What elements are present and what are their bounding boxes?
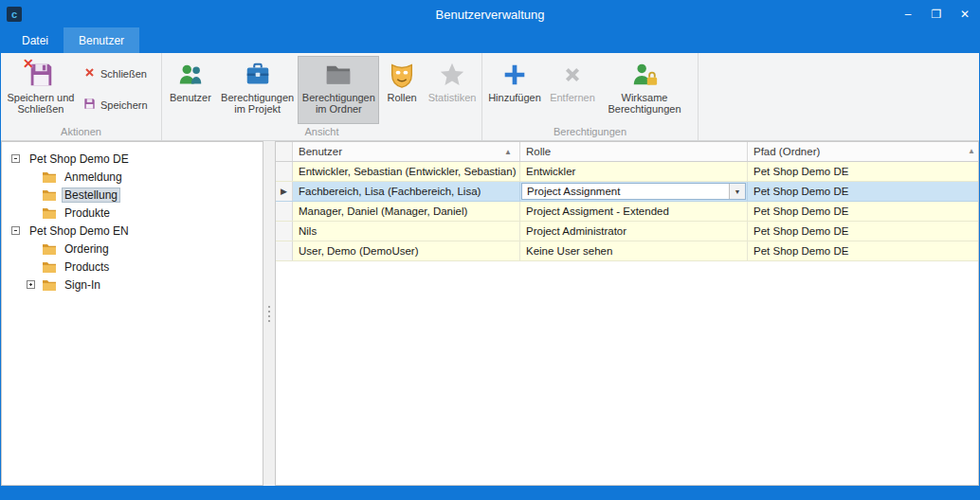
hinzufuegen-label: Hinzufügen <box>488 92 541 103</box>
rollen-button[interactable]: Rollen <box>379 56 425 124</box>
cell-pfad[interactable]: Pet Shop Demo DE <box>748 162 978 181</box>
cell-rolle[interactable]: Keine User sehen <box>520 241 748 260</box>
save-and-close-button[interactable]: ✕ Speichern und Schließen <box>3 56 79 124</box>
tree-item-label: Pet Shop Demo EN <box>27 223 132 239</box>
column-header-benutzer[interactable]: Benutzer ▲ <box>293 142 520 161</box>
grid-row[interactable]: Nils Project Administrator Pet Shop Demo… <box>276 222 978 241</box>
close-x-icon <box>82 65 97 81</box>
tree-item-products[interactable]: Products <box>2 258 263 276</box>
group-label-aktionen: Aktionen <box>3 125 159 140</box>
grid-row-selected[interactable]: ▶ Fachbereich, Lisa (Fachbereich, Lisa) … <box>276 182 978 202</box>
save-and-close-label: Speichern und Schließen <box>7 92 75 115</box>
row-indicator-header <box>276 142 293 161</box>
collapse-icon[interactable] <box>11 154 20 163</box>
tab-datei[interactable]: Datei <box>7 27 64 53</box>
wirksame-berechtigungen-label: Wirksame Berechtigungen <box>604 92 685 115</box>
row-indicator-cell: ▶ <box>276 182 293 201</box>
column-header-rolle[interactable]: Rolle <box>520 142 748 161</box>
combobox-dropdown-button[interactable]: ▼ <box>729 184 745 199</box>
folder-icon <box>42 242 57 256</box>
folder-icon <box>42 206 57 220</box>
statistiken-button[interactable]: Statistiken <box>425 56 480 124</box>
row-indicator-cell <box>276 162 293 181</box>
save-button[interactable]: Speichern <box>79 95 152 115</box>
sort-ascending-icon: ▲ <box>504 148 514 156</box>
scroll-up-icon[interactable]: ▲ <box>968 147 975 155</box>
berechtigungen-im-ordner-button[interactable]: Berechtigungen im Ordner <box>298 56 379 124</box>
cell-pfad[interactable]: Pet Shop Demo DE <box>748 182 978 201</box>
statistiken-label: Statistiken <box>428 92 477 103</box>
berechtigungen-im-projekt-button[interactable]: Berechtigungen im Projekt <box>217 56 299 124</box>
window-title: Benutzerverwaltung <box>1 8 979 22</box>
ribbon: ✕ Speichern und Schließen Schließen Spei… <box>1 53 979 141</box>
column-header-label: Pfad (Ordner) <box>753 146 820 157</box>
tree-item-produkte[interactable]: Produkte <box>2 204 263 222</box>
close-x-overlay-icon: ✕ <box>23 56 34 71</box>
cell-benutzer[interactable]: Entwickler, Sebastian (Entwickler, Sebas… <box>293 162 520 181</box>
panel-splitter[interactable] <box>263 141 275 486</box>
users-icon <box>176 61 205 89</box>
cell-rolle[interactable]: Project Assignment ▼ <box>520 182 748 201</box>
cell-benutzer[interactable]: Manager, Daniel (Manager, Daniel) <box>293 202 520 221</box>
tree-item-bestellung[interactable]: Bestellung <box>2 186 263 204</box>
cell-benutzer[interactable]: User, Demo (DemoUser) <box>293 241 520 260</box>
cell-pfad[interactable]: Pet Shop Demo DE <box>748 241 978 260</box>
title-bar: c Benutzerverwaltung – ❐ ✕ <box>1 1 979 27</box>
tree-item-label: Ordering <box>62 241 112 257</box>
wirksame-berechtigungen-button[interactable]: Wirksame Berechtigungen <box>600 56 689 124</box>
cell-pfad[interactable]: Pet Shop Demo DE <box>748 222 978 241</box>
close-document-button[interactable]: Schließen <box>79 63 152 83</box>
tree-item-anmeldung[interactable]: Anmeldung <box>2 168 263 186</box>
maximize-button[interactable]: ❐ <box>922 1 951 27</box>
grid-row[interactable]: Manager, Daniel (Manager, Daniel) Projec… <box>276 202 978 222</box>
tree-item-label: Bestellung <box>62 188 120 203</box>
folder-icon <box>42 188 57 202</box>
rolle-combobox[interactable]: Project Assignment ▼ <box>521 183 746 200</box>
ribbon-group-ansicht: Benutzer Berechtigungen im Projekt Berec… <box>162 53 482 140</box>
grid-row[interactable]: Entwickler, Sebastian (Entwickler, Sebas… <box>276 162 978 182</box>
remove-x-icon <box>558 61 587 89</box>
folder-icon <box>42 260 57 274</box>
cell-benutzer[interactable]: Fachbereich, Lisa (Fachbereich, Lisa) <box>293 182 520 201</box>
permissions-grid: Benutzer ▲ Rolle Pfad (Ordner) ▲ Entwick… <box>275 141 979 486</box>
cell-benutzer[interactable]: Nils <box>293 222 520 241</box>
tree-item-label: Anmeldung <box>62 170 125 185</box>
plus-icon <box>500 61 529 89</box>
entfernen-label: Entfernen <box>550 92 595 103</box>
cell-rolle[interactable]: Entwickler <box>520 162 748 181</box>
tree-item-sign-in[interactable]: Sign-In <box>2 276 263 294</box>
folder-tree-panel: Pet Shop Demo DE Anmeldung Bestellung Pr… <box>1 141 263 486</box>
cell-pfad[interactable]: Pet Shop Demo DE <box>748 202 978 221</box>
row-indicator-cell <box>276 202 293 221</box>
hinzufuegen-button[interactable]: Hinzufügen <box>484 56 545 124</box>
cell-rolle[interactable]: Project Assigment - Extended <box>520 202 748 221</box>
star-icon <box>438 61 466 89</box>
briefcase-icon <box>244 61 272 89</box>
tree-item-pet-shop-demo-en[interactable]: Pet Shop Demo EN <box>2 222 263 240</box>
mask-icon <box>388 61 416 89</box>
column-header-pfad[interactable]: Pfad (Ordner) ▲ <box>748 142 978 161</box>
save-label: Speichern <box>100 99 148 111</box>
grid-row[interactable]: User, Demo (DemoUser) Keine User sehen P… <box>276 241 978 261</box>
close-label: Schließen <box>100 68 147 80</box>
minimize-button[interactable]: – <box>894 1 922 27</box>
cell-rolle[interactable]: Project Administrator <box>520 222 748 241</box>
close-button[interactable]: ✕ <box>951 1 979 27</box>
benutzer-view-button[interactable]: Benutzer <box>164 56 217 124</box>
tree-item-label: Sign-In <box>62 277 103 293</box>
tree-item-ordering[interactable]: Ordering <box>2 240 263 258</box>
expand-icon[interactable] <box>27 280 35 289</box>
app-window: c Benutzerverwaltung – ❐ ✕ Datei Benutze… <box>0 0 980 500</box>
entfernen-button[interactable]: Entfernen <box>545 56 600 124</box>
tree-item-pet-shop-demo-de[interactable]: Pet Shop Demo DE <box>2 150 263 168</box>
folder-icon <box>42 170 57 184</box>
save-icon <box>82 97 97 113</box>
tab-benutzer[interactable]: Benutzer <box>64 27 139 53</box>
collapse-icon[interactable] <box>11 226 20 235</box>
benutzer-view-label: Benutzer <box>170 92 211 103</box>
grid-header-row: Benutzer ▲ Rolle Pfad (Ordner) ▲ <box>276 142 978 162</box>
ribbon-empty-space <box>699 53 979 140</box>
folder-permissions-icon <box>324 61 353 89</box>
row-indicator-cell <box>276 222 293 241</box>
app-icon[interactable]: c <box>7 7 22 22</box>
